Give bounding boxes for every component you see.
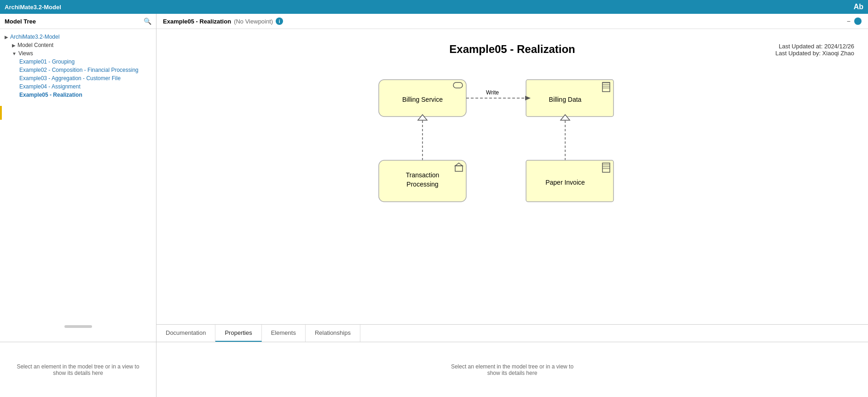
window-circle[interactable]: [854, 18, 862, 25]
title-bar-controls: Ab: [854, 3, 863, 11]
bottom-panel-text: Select an element in the model tree or i…: [451, 363, 573, 376]
collapse-views-icon: ▼: [12, 51, 17, 56]
bottom-content-panel: Select an element in the model tree or i…: [156, 342, 868, 397]
example05-link[interactable]: Example05 - Realization: [19, 92, 82, 98]
info-icon[interactable]: i: [276, 18, 283, 25]
sidebar-tree: ▶ ArchiMate3.2-Model ▶ Model Content ▼ V…: [0, 29, 156, 342]
example03-link[interactable]: Example03 - Aggregation - Customer File: [19, 75, 121, 82]
tree-root-link[interactable]: ArchiMate3.2-Model: [10, 34, 59, 40]
billing-data-label: Billing Data: [549, 96, 582, 103]
minimize-button[interactable]: −: [847, 18, 851, 25]
sidebar-item-example02[interactable]: Example02 - Composition - Financial Proc…: [5, 66, 151, 74]
expand-icon: ▶: [5, 35, 8, 40]
tab-elements[interactable]: Elements: [262, 325, 306, 342]
sidebar-title: Model Tree: [5, 18, 36, 25]
sidebar-bottom-panel: Select an element in the model tree or i…: [0, 342, 156, 397]
views-label: Views: [18, 50, 33, 57]
archimate-diagram: Billing Service Billing Data Write: [351, 70, 673, 236]
tab-documentation[interactable]: Documentation: [156, 325, 215, 342]
diagram-title: Example05 - Realization: [156, 29, 868, 65]
sidebar-item-example05[interactable]: Example05 - Realization: [5, 91, 151, 99]
tree-root-item[interactable]: ▶ ArchiMate3.2-Model: [5, 33, 151, 41]
content-title: Example05 - Realization: [163, 18, 231, 25]
example02-link[interactable]: Example02 - Composition - Financial Proc…: [19, 67, 139, 73]
billing-service-label: Billing Service: [402, 96, 443, 103]
model-content-label: Model Content: [17, 42, 53, 48]
diagram-meta: Last Updated at: 2024/12/26 Last Updated…: [775, 43, 854, 57]
user-initials: Ab: [854, 3, 863, 11]
tree-model-content[interactable]: ▶ Model Content: [5, 41, 151, 49]
sidebar-scrollbar: [64, 325, 92, 328]
sidebar: Model Tree 🔍 ▶ ArchiMate3.2-Model ▶ Mode…: [0, 14, 156, 397]
diagram-area: Example05 - Realization Last Updated at:…: [156, 29, 868, 324]
yellow-accent: [0, 106, 2, 120]
sidebar-item-example04[interactable]: Example04 - Assignment: [5, 82, 151, 91]
content-subtitle: (No Viewpoint): [234, 18, 273, 25]
bottom-tabs: Documentation Properties Elements Relati…: [156, 324, 868, 342]
transaction-processing-label2: Processing: [406, 181, 438, 188]
transaction-processing-label1: Transaction: [406, 171, 440, 179]
app-title: ArchiMate3.2-Model: [5, 4, 61, 11]
expand-model-icon: ▶: [12, 43, 16, 48]
search-icon[interactable]: 🔍: [144, 18, 151, 25]
title-bar: ArchiMate3.2-Model Ab: [0, 0, 868, 14]
sidebar-bottom-text: Select an element in the model tree or i…: [17, 363, 139, 376]
header-controls: −: [847, 18, 862, 25]
write-label: Write: [486, 89, 499, 96]
paper-invoice-label: Paper Invoice: [545, 179, 585, 186]
example04-link[interactable]: Example04 - Assignment: [19, 83, 81, 90]
tree-views-item[interactable]: ▼ Views: [5, 49, 151, 58]
diagram-svg-container: Billing Service Billing Data Write: [156, 70, 868, 324]
content-area: Example05 - Realization (No Viewpoint) i…: [156, 14, 868, 397]
tab-properties[interactable]: Properties: [215, 325, 261, 342]
sidebar-header: Model Tree 🔍: [0, 14, 156, 29]
example01-link[interactable]: Example01 - Grouping: [19, 58, 75, 65]
main-layout: Model Tree 🔍 ▶ ArchiMate3.2-Model ▶ Mode…: [0, 14, 868, 397]
sidebar-item-example01[interactable]: Example01 - Grouping: [5, 58, 151, 66]
sidebar-item-example03[interactable]: Example03 - Aggregation - Customer File: [5, 74, 151, 82]
tab-relationships[interactable]: Relationships: [306, 325, 360, 342]
content-header: Example05 - Realization (No Viewpoint) i…: [156, 14, 868, 29]
